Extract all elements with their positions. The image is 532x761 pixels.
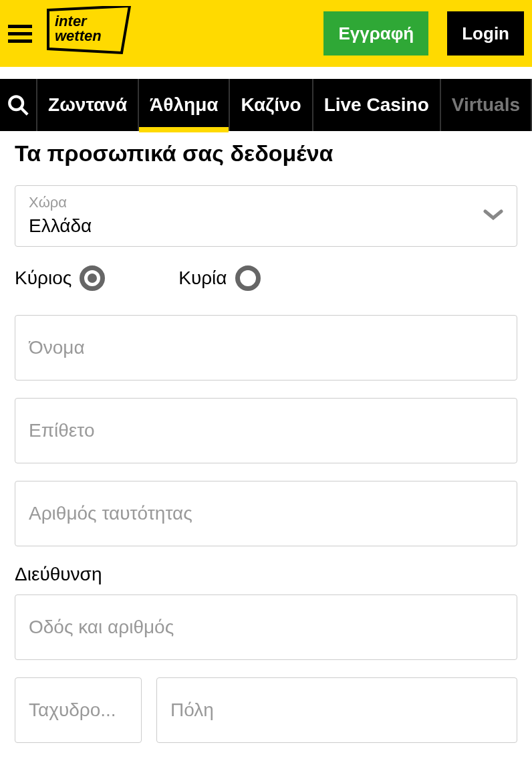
nav-live-casino[interactable]: Live Casino: [313, 79, 441, 131]
page-title: Τα προσωπικά σας δεδομένα: [15, 140, 517, 167]
top-bar: inter wetten Εγγραφή Login: [0, 0, 532, 67]
radio-mrs[interactable]: Κυρία: [178, 265, 260, 291]
register-button[interactable]: Εγγραφή: [323, 11, 428, 56]
radio-mr-label: Κύριος: [15, 267, 72, 289]
postal-input[interactable]: [15, 677, 142, 743]
country-value: Ελλάδα: [29, 215, 503, 237]
lastname-input[interactable]: [15, 398, 517, 463]
svg-text:wetten: wetten: [55, 27, 102, 44]
country-label: Χώρα: [29, 194, 503, 211]
brand-logo[interactable]: inter wetten: [45, 6, 132, 61]
radio-icon: [80, 265, 105, 291]
country-select[interactable]: Χώρα Ελλάδα: [15, 185, 517, 247]
form-content: Τα προσωπικά σας δεδομένα Χώρα Ελλάδα Κύ…: [0, 131, 532, 761]
salutation-group: Κύριος Κυρία: [15, 265, 517, 291]
search-icon[interactable]: [0, 79, 37, 131]
idnumber-input[interactable]: [15, 481, 517, 546]
login-button[interactable]: Login: [447, 11, 524, 56]
chevron-down-icon: [483, 208, 503, 224]
nav-live[interactable]: Ζωντανά: [37, 79, 139, 131]
address-section-label: Διεύθυνση: [15, 564, 517, 585]
nav-virtuals[interactable]: Virtuals: [441, 79, 532, 131]
city-input[interactable]: [156, 677, 517, 743]
nav-casino[interactable]: Καζίνο: [230, 79, 313, 131]
street-input[interactable]: [15, 594, 517, 660]
radio-mr[interactable]: Κύριος: [15, 265, 105, 291]
nav-sport[interactable]: Άθλημα: [139, 79, 230, 131]
menu-icon[interactable]: [8, 20, 35, 47]
firstname-input[interactable]: [15, 315, 517, 380]
radio-icon: [235, 265, 261, 291]
radio-mrs-label: Κυρία: [178, 267, 227, 289]
main-nav: Ζωντανά Άθλημα Καζίνο Live Casino Virtua…: [0, 79, 532, 131]
svg-point-3: [9, 96, 23, 110]
svg-line-4: [21, 108, 27, 114]
